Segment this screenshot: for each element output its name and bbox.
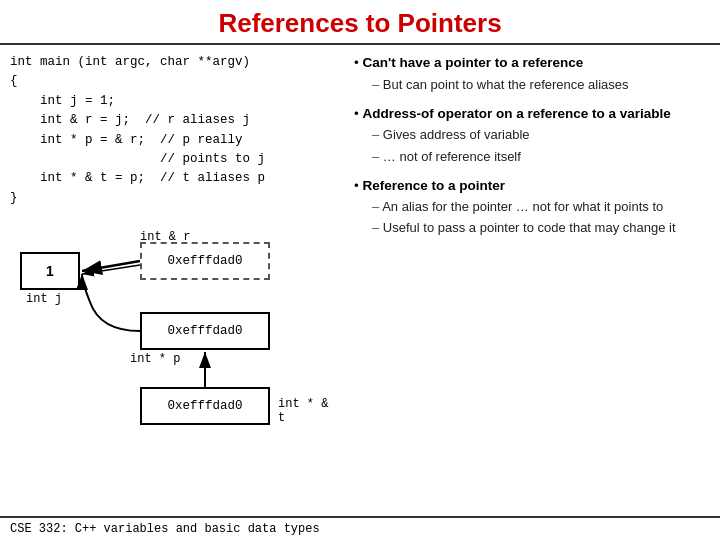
box-p: 0xefffdad0 <box>140 312 270 350</box>
label-int-j: int j <box>26 292 62 306</box>
label-int-t: int * & t <box>278 397 330 425</box>
footer: CSE 332: C++ variables and basic data ty… <box>0 516 720 540</box>
svg-line-3 <box>82 265 140 274</box>
content-area: int main (int argc, char **argv) { int j… <box>0 45 720 516</box>
right-panel: • Can't have a pointer to a reference – … <box>340 53 710 516</box>
page: References to Pointers int main (int arg… <box>0 0 720 540</box>
bullet-icon-3: • <box>354 178 359 193</box>
code-block: int main (int argc, char **argv) { int j… <box>10 53 340 208</box>
box-j: 1 <box>20 252 80 290</box>
bullet-2-sub-0: – Gives address of variable <box>372 126 710 144</box>
box-r: 0xefffdad0 <box>140 242 270 280</box>
bullet-1-sub-0: – But can point to what the reference al… <box>372 76 710 94</box>
bullet-3-sub-0: – An alias for the pointer … not for wha… <box>372 198 710 216</box>
page-title: References to Pointers <box>218 8 501 38</box>
label-int-p: int * p <box>130 352 180 366</box>
bullet-3-main: Reference to a pointer <box>363 178 506 193</box>
bullet-2-main: Address-of operator on a reference to a … <box>363 106 671 121</box>
bullet-1: • Can't have a pointer to a reference – … <box>354 53 710 94</box>
bullet-3: • Reference to a pointer – An alias for … <box>354 176 710 238</box>
bullet-3-sub-1: – Useful to pass a pointer to code that … <box>372 219 710 237</box>
box-t: 0xefffdad0 <box>140 387 270 425</box>
left-panel: int main (int argc, char **argv) { int j… <box>10 53 340 516</box>
bullet-icon-1: • <box>354 55 359 70</box>
bullet-1-main: Can't have a pointer to a reference <box>363 55 584 70</box>
bullet-2-sub-1: – … not of reference itself <box>372 148 710 166</box>
bullet-2: • Address-of operator on a reference to … <box>354 104 710 166</box>
svg-line-2 <box>82 261 140 271</box>
diagram-area: 1 int j int & r 0xefffdad0 0xefffdad0 in… <box>10 222 330 422</box>
title-area: References to Pointers <box>0 0 720 45</box>
bullet-icon-2: • <box>354 106 359 121</box>
